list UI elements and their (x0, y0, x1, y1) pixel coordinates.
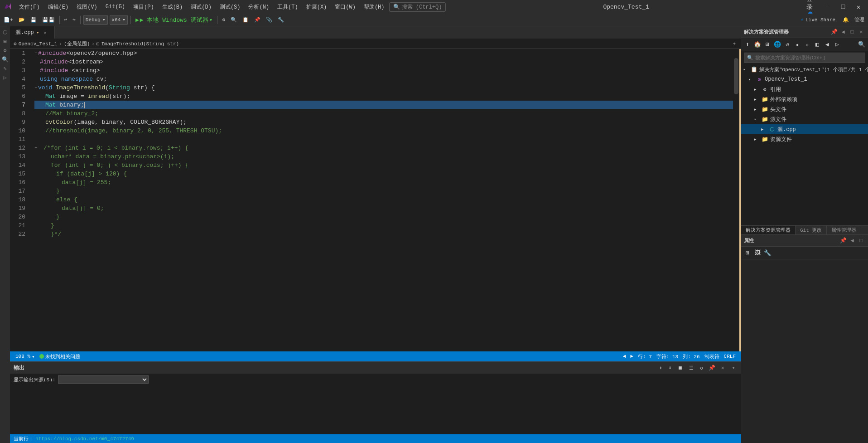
sol-search-icon[interactable]: 🔍 (857, 40, 866, 49)
maximize-btn[interactable]: □ (837, 1, 849, 13)
menu-search[interactable]: 🔍 搜索 (Ctrl+Q) (389, 2, 446, 12)
breadcrumb-symbol[interactable]: ImageThreshold(String str) (101, 41, 179, 47)
activity-icon-2[interactable]: ⊞ (1, 37, 9, 45)
sol-tool-2[interactable]: 🏠 (753, 40, 762, 49)
sol-tool-8[interactable]: ◧ (813, 40, 822, 49)
menu-debug[interactable]: 调试(D) (187, 2, 215, 12)
scrollbar-thumb[interactable] (734, 58, 738, 94)
toolbar-btn-2[interactable]: 🔍 (229, 15, 239, 25)
sol-close-btn[interactable]: ✕ (857, 28, 865, 36)
prop-tool-wrench[interactable]: 🔧 (763, 248, 772, 258)
menu-tools[interactable]: 工具(T) (274, 2, 302, 12)
tab-solution-explorer[interactable]: 解决方案资源管理器 (741, 226, 796, 234)
toolbar-btn-6[interactable]: 🔧 (276, 15, 286, 25)
menu-build[interactable]: 生成(B) (159, 2, 187, 12)
toolbar-btn-3[interactable]: 📋 (241, 15, 251, 25)
tree-solution-root[interactable]: ▾ 📋 解决方案"Opencv_Test_1"(1 个项目/共 1 个) (741, 64, 868, 74)
tree-ext-deps[interactable]: ▶ 📁 外部依赖项 (741, 94, 868, 104)
output-source-select[interactable] (58, 375, 149, 384)
save-btn[interactable]: 💾 (29, 15, 39, 25)
activity-icon-1[interactable]: ⬡ (1, 28, 9, 36)
manage-btn[interactable]: 管理 (853, 15, 866, 25)
menu-test[interactable]: 测试(S) (216, 2, 244, 12)
close-btn[interactable]: ✕ (853, 1, 864, 13)
output-toolbar-btn1[interactable]: ⬆ (657, 363, 664, 373)
sol-tool-1[interactable]: ⬆ (743, 40, 752, 49)
fold-icon-5[interactable]: − (34, 83, 37, 92)
output-collapse-btn[interactable]: ▾ (729, 364, 738, 372)
menu-window[interactable]: 窗口(W) (331, 2, 359, 12)
save-all-btn[interactable]: 💾💾 (40, 15, 57, 25)
indent-item[interactable]: 制表符 (703, 353, 721, 360)
menu-view[interactable]: 视图(V) (73, 2, 101, 12)
platform-dropdown[interactable]: x64 ▾ (110, 15, 128, 25)
prop-arrow-btn[interactable]: ◀ (848, 237, 856, 245)
prop-expand-btn[interactable]: □ (857, 237, 865, 245)
tab-git-changes[interactable]: Git 更改 (796, 226, 827, 234)
redo-btn[interactable]: ↪ (71, 15, 77, 25)
signin-btn[interactable]: 登录 👤 (806, 1, 818, 13)
sol-tool-5[interactable]: ↺ (783, 40, 792, 49)
code-content[interactable]: −#include<opencv2/opencv.hpp> #include<i… (33, 49, 733, 351)
sol-search-input[interactable] (755, 55, 862, 60)
tree-headers[interactable]: ▶ 📁 头文件 (741, 104, 868, 114)
sol-pin-btn[interactable]: 📌 (830, 28, 838, 36)
menu-git[interactable]: Git(G) (102, 3, 129, 11)
output-close-btn[interactable]: ✕ (719, 364, 727, 372)
debug-config-dropdown[interactable]: Debug ▾ (83, 15, 108, 25)
output-pin-btn[interactable]: 📌 (708, 364, 716, 372)
output-toolbar-btn2[interactable]: ⬇ (667, 363, 674, 373)
run-btn[interactable]: ▶ ▶ 本地 Windows 调试器 ▾ (134, 15, 215, 25)
tree-references[interactable]: ▶ ⚙ 引用 (741, 84, 868, 94)
sol-tool-9[interactable]: ◀ (823, 40, 832, 49)
scroll-left-btn[interactable]: ◄ (621, 354, 628, 359)
menu-analyze[interactable]: 分析(N) (245, 2, 273, 12)
sol-tool-6[interactable]: ⬥ (793, 40, 802, 49)
problems-item[interactable]: 未找到相关问题 (38, 353, 82, 360)
toolbar-btn-1[interactable]: ⚙ (220, 15, 227, 25)
sol-tool-4[interactable]: 🌐 (773, 40, 782, 49)
prop-tool-grid[interactable]: ⊞ (743, 248, 752, 258)
breadcrumb-project[interactable]: Opencv_Test_1 (19, 41, 58, 47)
sol-arrow-btn[interactable]: ◀ (839, 28, 847, 36)
row-item[interactable]: 行: 7 (636, 353, 654, 360)
tree-source-cpp[interactable]: ▶ ⬡ 源.cpp (741, 124, 868, 134)
prop-tool-img[interactable]: 🖼 (753, 248, 762, 258)
fold-icon-1[interactable]: − (34, 49, 37, 58)
menu-file[interactable]: 文件(F) (15, 2, 43, 12)
zoom-item[interactable]: 108 % ▾ (14, 354, 37, 360)
bottom-link[interactable]: https://blog.csdn.net/m0_47472749 (35, 436, 134, 442)
output-toolbar-btn5[interactable]: ↺ (698, 363, 705, 373)
sol-tool-10[interactable]: ▷ (833, 40, 842, 49)
tab-properties-manager[interactable]: 属性管理器 (827, 226, 861, 234)
output-toolbar-btn3[interactable]: ⏹ (676, 363, 685, 373)
notification-btn[interactable]: 🔔 (841, 15, 851, 25)
prop-pin-btn[interactable]: 📌 (839, 237, 847, 245)
tab-source-cpp[interactable]: 源.cpp ● ✕ (10, 26, 55, 39)
open-btn[interactable]: 📂 (17, 15, 27, 25)
output-toolbar-btn4[interactable]: ☰ (687, 363, 695, 373)
sol-expand-btn[interactable]: □ (848, 28, 856, 36)
activity-icon-4[interactable]: 🔍 (1, 55, 9, 63)
menu-help[interactable]: 帮助(H) (360, 2, 388, 12)
tree-source-files[interactable]: ▾ 📁 源文件 (741, 114, 868, 124)
sol-tool-3[interactable]: ⊞ (763, 40, 772, 49)
fold-icon-12[interactable]: − (34, 144, 37, 152)
tab-close-btn[interactable]: ✕ (42, 29, 49, 36)
menu-ext[interactable]: 扩展(X) (303, 2, 331, 12)
menu-edit[interactable]: 编辑(E) (44, 2, 72, 12)
tree-project[interactable]: ▾ ⚙ Opencv_Test_1 (741, 74, 868, 84)
new-file-btn[interactable]: 📄+ (2, 15, 15, 25)
toolbar-btn-5[interactable]: 📎 (264, 15, 274, 25)
live-share-btn[interactable]: ⚡ Live Share (797, 16, 839, 24)
vertical-scrollbar[interactable] (733, 49, 739, 351)
breadcrumb-scope[interactable]: (全局范围) (64, 40, 90, 47)
toolbar-btn-4[interactable]: 📌 (252, 15, 262, 25)
breadcrumb-expand-btn[interactable]: + (731, 39, 738, 49)
code-editor[interactable]: 1 2 3 4 5 6 7 8 9 10 11 12 13 14 15 16 1 (10, 49, 739, 351)
menu-project[interactable]: 项目(P) (130, 2, 158, 12)
activity-icon-6[interactable]: ▷ (1, 73, 9, 82)
activity-icon-3[interactable]: ⚙ (1, 46, 9, 54)
sol-tool-7[interactable]: ⬦ (803, 40, 812, 49)
tree-resource-files[interactable]: ▶ 📁 资源文件 (741, 134, 868, 144)
